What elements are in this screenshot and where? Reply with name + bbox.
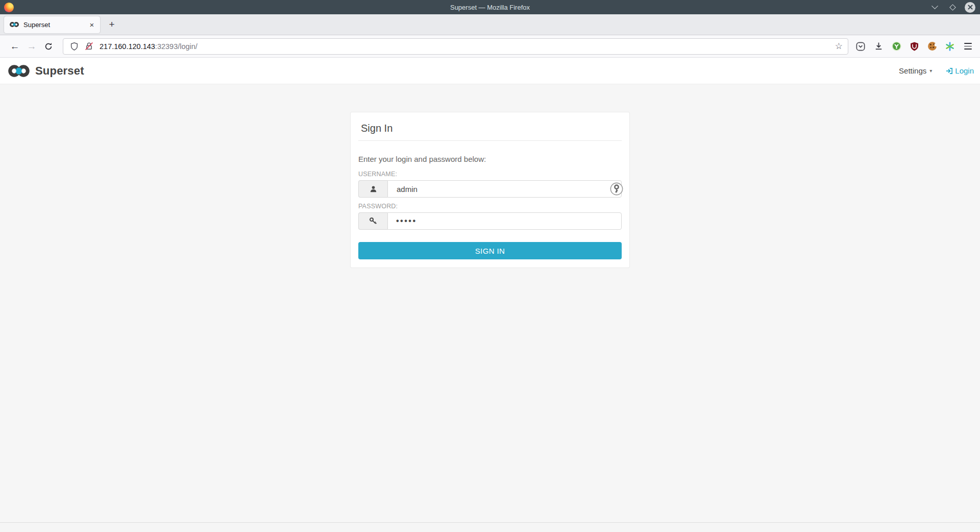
forward-button[interactable]: → (24, 39, 39, 54)
firefox-icon (4, 3, 14, 12)
extension-green-icon[interactable] (891, 41, 901, 52)
key-icon (358, 212, 387, 230)
downloads-icon[interactable] (873, 41, 884, 52)
sign-in-card: Sign In Enter your login and password be… (350, 112, 630, 268)
bookmark-star-icon[interactable]: ☆ (835, 42, 843, 51)
login-label: Login (955, 66, 974, 75)
superset-favicon-icon (9, 19, 19, 30)
superset-logo-icon (7, 64, 31, 78)
window-controls (929, 2, 980, 13)
tab-title: Superset (23, 21, 87, 29)
instruction-text: Enter your login and password below: (358, 155, 622, 163)
caret-down-icon: ▾ (929, 68, 932, 74)
username-input[interactable] (387, 180, 622, 198)
password-label: PASSWORD: (358, 203, 622, 210)
reload-button[interactable] (41, 39, 56, 54)
starburst-extension-icon[interactable] (945, 41, 955, 52)
shield-icon[interactable] (69, 41, 79, 52)
autofill-key-icon[interactable] (610, 182, 623, 196)
menu-hamburger-icon[interactable] (963, 41, 973, 52)
tab-close-icon[interactable]: × (87, 19, 97, 30)
browser-toolbar: ← → 217.160.120.143:32393/login/ ☆ (0, 35, 980, 58)
pocket-icon[interactable] (855, 41, 866, 52)
superset-navbar: Superset Settings ▾ Login (0, 58, 980, 84)
window-minimize-button[interactable] (929, 2, 940, 13)
card-title: Sign In (358, 118, 622, 141)
window-title: Superset — Mozilla Firefox (0, 4, 980, 11)
tab-bar: Superset × + (0, 14, 980, 35)
window-titlebar: Superset — Mozilla Firefox (0, 0, 980, 14)
cookie-extension-icon[interactable] (927, 41, 937, 52)
tab-superset[interactable]: Superset × (4, 16, 100, 33)
maximize-diamond-icon (949, 4, 956, 11)
username-group (358, 180, 622, 198)
password-input[interactable] (387, 212, 622, 230)
page-body: Sign In Enter your login and password be… (0, 84, 980, 522)
window-close-button[interactable] (965, 2, 975, 13)
url-path: :32393/login/ (155, 42, 198, 51)
user-icon (358, 180, 387, 198)
url-host: 217.160.120.143 (100, 42, 155, 51)
reload-icon (44, 42, 53, 51)
page-footer (0, 522, 980, 532)
password-group (358, 212, 622, 230)
toolbar-extensions (854, 41, 973, 52)
insecure-lock-icon[interactable] (84, 41, 94, 52)
chevron-down-icon (932, 3, 938, 9)
username-label: USERNAME: (358, 171, 622, 178)
ublock-origin-icon[interactable] (909, 41, 919, 52)
sign-in-button[interactable]: SIGN IN (358, 242, 622, 259)
settings-label: Settings (899, 66, 926, 75)
superset-brand[interactable]: Superset (7, 64, 84, 78)
new-tab-button[interactable]: + (105, 18, 118, 31)
back-button[interactable]: ← (7, 39, 22, 54)
brand-title: Superset (35, 64, 84, 78)
login-link[interactable]: Login (945, 66, 974, 75)
window-maximize-button[interactable] (947, 2, 958, 13)
sign-in-icon (945, 67, 953, 75)
url-text: 217.160.120.143:32393/login/ (100, 42, 198, 51)
settings-menu[interactable]: Settings ▾ (899, 66, 932, 75)
url-bar[interactable]: 217.160.120.143:32393/login/ ☆ (63, 38, 848, 55)
